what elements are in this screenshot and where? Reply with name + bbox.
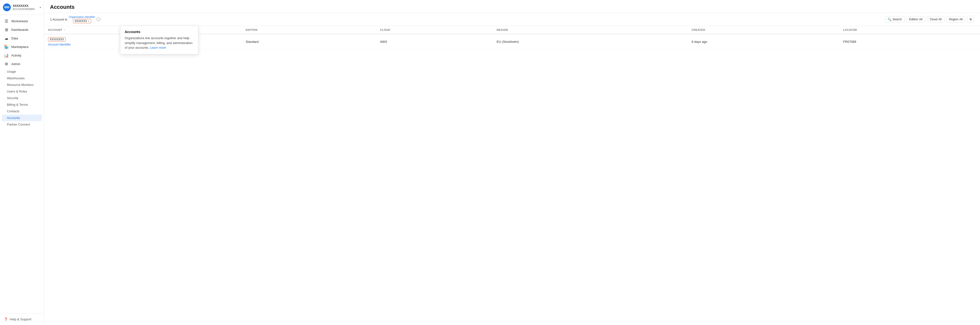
col-created: CREATED (688, 26, 839, 34)
user-menu[interactable]: MM XXXXXXXX ACCOUNTADMIN ▾ (0, 0, 44, 15)
org-id-wrapper: Organization Identifier XXXXXXX ▾ (69, 16, 95, 23)
sidebar-sub-label: Security (7, 96, 18, 100)
worksheets-icon: ☰ (4, 19, 9, 24)
popover-title: Accounts (125, 30, 194, 34)
username: XXXXXXXX (13, 4, 39, 8)
col-locator: LOCATOR (839, 26, 980, 34)
account-count-text: 1 Account in (50, 17, 67, 21)
help-icon: ❓ (4, 317, 8, 321)
sidebar-sub-label: Billing & Terms (7, 103, 28, 106)
cell-locator: FR07089 (839, 34, 980, 49)
cell-edition: Standard (242, 34, 376, 49)
col-cloud: CLOUD (376, 26, 493, 34)
chevron-down-icon: ▾ (40, 6, 41, 9)
col-region: REGION (493, 26, 688, 34)
edition-filter-button[interactable]: Edition All (907, 16, 925, 22)
info-icon[interactable]: i (97, 17, 100, 21)
sidebar-item-dashboards[interactable]: ⊞ Dashboards (0, 25, 44, 34)
cell-created: 6 days ago (688, 34, 839, 49)
edition-label: Edition (909, 17, 918, 21)
sidebar-item-admin[interactable]: ⚙ Admin (0, 60, 44, 68)
col-edition: EDITION (242, 26, 376, 34)
sidebar-sub-label: Contacts (7, 109, 19, 113)
region-label: Region (949, 17, 958, 21)
sidebar-item-label: Activity (11, 54, 21, 57)
sidebar-item-resource-monitors[interactable]: Resource Monitors (0, 81, 44, 88)
popover-learn-more-link[interactable]: Learn more (150, 46, 166, 49)
org-identifier-label: Organization Identifier (69, 16, 95, 18)
marketplace-icon: 🏪 (4, 44, 9, 49)
account-identifier-link[interactable]: Account Identifier (48, 43, 71, 46)
sidebar-footer: ❓ Help & Support (0, 313, 44, 325)
sidebar-sub-label: Accounts (7, 116, 20, 120)
popover-text: Organizations link accounts together and… (125, 36, 194, 50)
sidebar-sub-label: Usage (7, 70, 16, 73)
sidebar-item-worksheets[interactable]: ☰ Worksheets (0, 17, 44, 25)
avatar: MM (3, 3, 11, 11)
user-info: XXXXXXXX ACCOUNTADMIN (13, 4, 39, 11)
sidebar-item-data[interactable]: ☁ Data (0, 34, 44, 43)
account-count-row: 1 Account in Organization Identifier XXX… (50, 16, 883, 23)
account-name-value: XXXXXXXX (50, 38, 64, 41)
help-label: Help & Support (10, 317, 31, 321)
sidebar-item-activity[interactable]: 📊 Activity (0, 51, 44, 60)
region-filter-button[interactable]: Region All (947, 16, 965, 22)
cloud-value: All (939, 17, 942, 21)
cloud-label: Cloud (930, 17, 937, 21)
sidebar-item-marketplace[interactable]: 🏪 Marketplace (0, 43, 44, 51)
org-id-box[interactable]: XXXXXXX ▾ (73, 19, 91, 23)
chevron-down-icon: ▾ (88, 20, 89, 22)
help-support-item[interactable]: ❓ Help & Support (4, 316, 40, 323)
sidebar-sub-label: Partner Connect (7, 123, 30, 126)
data-icon: ☁ (4, 36, 9, 41)
sidebar: MM XXXXXXXX ACCOUNTADMIN ▾ ☰ Worksheets … (0, 0, 44, 325)
cell-cloud: AWS (376, 34, 493, 49)
search-label: Search (892, 17, 902, 21)
cloud-filter-button[interactable]: Cloud All (927, 16, 945, 22)
cell-region: EU (Stockholm) (493, 34, 688, 49)
admin-icon: ⚙ (4, 62, 9, 66)
account-name-box[interactable]: XXXXXXXX (48, 37, 66, 41)
sidebar-item-accounts[interactable]: Accounts (2, 114, 42, 121)
page-title: Accounts (50, 4, 974, 10)
page-header: Accounts (44, 0, 980, 13)
main-content: Accounts 1 Account in Organization Ident… (44, 0, 980, 325)
sidebar-item-usage[interactable]: Usage (0, 68, 44, 75)
toolbar: 1 Account in Organization Identifier XXX… (44, 13, 980, 26)
sidebar-sub-label: Users & Roles (7, 90, 27, 93)
sidebar-item-security[interactable]: Security (0, 95, 44, 101)
edition-value: All (919, 17, 923, 21)
search-button[interactable]: 🔍 Search (885, 16, 905, 23)
sidebar-item-users-roles[interactable]: Users & Roles (0, 88, 44, 95)
toolbar-right: 🔍 Search Edition All Cloud All Region Al… (885, 16, 974, 23)
sidebar-sub-label: Resource Monitors (7, 83, 33, 87)
org-id-value: XXXXXXX (75, 19, 87, 23)
accounts-table-container: ACCOUNT ↑ EDITION CLOUD REGION CREATED (44, 26, 980, 325)
sidebar-item-partner-connect[interactable]: Partner Connect (0, 121, 44, 128)
sidebar-item-billing-terms[interactable]: Billing & Terms (0, 101, 44, 108)
sidebar-item-contacts[interactable]: Contacts (0, 108, 44, 114)
dashboards-icon: ⊞ (4, 27, 9, 32)
accounts-popover: Accounts Organizations link accounts tog… (120, 26, 199, 54)
user-role: ACCOUNTADMIN (13, 8, 39, 11)
sidebar-sub-label: Warehouses (7, 76, 25, 80)
activity-icon: 📊 (4, 53, 9, 58)
sort-asc-icon: ↑ (64, 29, 65, 31)
sidebar-item-label: Worksheets (11, 19, 28, 23)
refresh-button[interactable]: ↻ (967, 16, 974, 23)
sidebar-item-label: Admin (11, 62, 20, 66)
region-value: All (959, 17, 963, 21)
search-icon: 🔍 (888, 17, 892, 21)
refresh-icon: ↻ (969, 17, 972, 21)
sidebar-item-label: Marketplace (11, 45, 29, 49)
sidebar-item-label: Dashboards (11, 28, 29, 32)
sidebar-item-label: Data (11, 36, 18, 40)
sidebar-item-warehouses[interactable]: Warehouses (0, 75, 44, 81)
nav-menu: ☰ Worksheets ⊞ Dashboards ☁ Data 🏪 Marke… (0, 15, 44, 313)
